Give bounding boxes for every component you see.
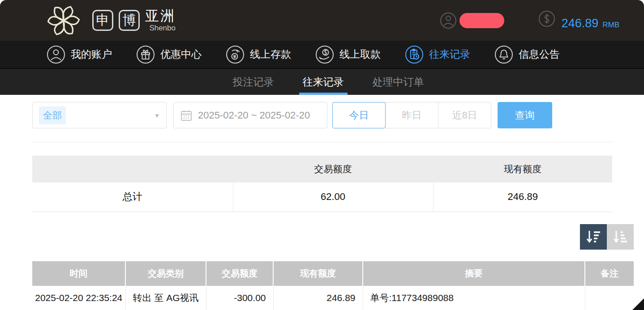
calendar-icon (180, 110, 192, 121)
tab-transaction-records[interactable]: 往来记录 (288, 69, 358, 95)
record-summary: 单号:117734989088 (363, 286, 585, 310)
summary-total-amount: 62.00 (233, 183, 433, 212)
table-row: 2025-02-20 22:35:24 转出 至 AG视讯 -300.00 24… (32, 286, 634, 310)
summary-header-amount: 交易额度 (233, 156, 433, 183)
caret-down-icon (154, 111, 160, 119)
balance-amount: 246.89 (562, 17, 599, 30)
record-balance: 246.89 (273, 286, 363, 310)
summary-header-row: 交易额度 现有额度 (32, 156, 612, 183)
withdraw-icon (315, 45, 334, 64)
type-select-value: 全部 (39, 106, 66, 124)
records-header-time: 时间 (32, 261, 125, 286)
nav-item-deposit[interactable]: 线上存款 (226, 45, 291, 64)
summary-total-balance: 246.89 (433, 183, 612, 212)
date-range-input[interactable]: 2025-02-20 ~ 2025-02-20 (173, 102, 327, 128)
sort-descending-button[interactable] (580, 224, 607, 250)
corner-resize-mark (632, 298, 644, 310)
logo-char-box: 申 (92, 10, 113, 31)
records-icon (405, 45, 424, 64)
flower-logo-icon (44, 3, 83, 38)
type-select[interactable]: 全部 (32, 102, 167, 128)
summary-total-row: 总计 62.00 246.89 (32, 183, 612, 212)
quick-range-last8days[interactable]: 近8日 (438, 102, 491, 128)
records-header-amount: 交易额度 (206, 261, 273, 286)
tab-pending-orders[interactable]: 处理中订单 (358, 69, 438, 95)
logo-region: 亚洲 Shenbo (145, 9, 176, 32)
logo-region-text: 亚洲 (145, 9, 176, 23)
sort-ascending-button[interactable] (607, 224, 634, 250)
nav-item-announcements[interactable]: 信息公告 (494, 45, 560, 64)
summary-header-empty (32, 156, 233, 183)
search-button[interactable]: 查询 (498, 102, 552, 128)
records-header-summary: 摘要 (363, 261, 585, 286)
nav-item-promotions[interactable]: 优惠中心 (136, 45, 202, 64)
sort-controls (0, 224, 634, 250)
quick-range-yesterday[interactable]: 昨日 (385, 102, 438, 128)
promotions-icon (136, 45, 155, 64)
balance-currency: RMB (602, 21, 619, 30)
username-masked[interactable] (459, 13, 504, 28)
deposit-icon (226, 45, 245, 64)
filter-row: 全部 2025-02-20 ~ 2025-02-20 今日 昨日 近8日 查询 (32, 102, 644, 128)
record-note (585, 286, 634, 310)
account-icon (47, 45, 65, 64)
sub-tab-strip: 投注记录 往来记录 处理中订单 (0, 68, 644, 95)
records-table: 时间 交易类别 交易额度 现有额度 摘要 备注 2025-02-20 22:35… (32, 261, 634, 310)
dollar-icon (538, 10, 555, 27)
user-icon (440, 12, 457, 29)
summary-total-label: 总计 (32, 183, 233, 212)
main-nav: 我的账户 优惠中心 线上存款 线上取款 (0, 41, 644, 68)
logo-subtitle: Shenbo (145, 24, 176, 32)
summary-header-balance: 现有额度 (433, 156, 612, 183)
quick-range-group: 今日 昨日 近8日 (332, 102, 491, 128)
top-bar: 申 博 亚洲 Shenbo 246.89 RMB (0, 0, 644, 41)
summary-table: 交易额度 现有额度 总计 62.00 246.89 (32, 156, 612, 212)
notice-icon (494, 45, 513, 64)
tab-betting-records[interactable]: 投注记录 (219, 69, 288, 95)
nav-item-transaction-records[interactable]: 往来记录 (405, 45, 470, 64)
nav-item-withdraw[interactable]: 线上取款 (315, 45, 381, 64)
quick-range-today[interactable]: 今日 (332, 102, 386, 128)
date-range-value: 2025-02-20 ~ 2025-02-20 (198, 110, 310, 121)
sort-desc-icon (586, 229, 601, 244)
sort-asc-icon (613, 229, 628, 244)
records-header-type: 交易类别 (125, 261, 206, 286)
section-divider (32, 142, 612, 142)
brand-logo[interactable]: 申 博 亚洲 Shenbo (44, 3, 176, 38)
logo-name-boxes: 申 博 (92, 10, 140, 31)
records-header-row: 时间 交易类别 交易额度 现有额度 摘要 备注 (32, 261, 634, 286)
records-header-note: 备注 (585, 261, 634, 286)
record-time: 2025-02-20 22:35:24 (32, 286, 125, 310)
record-amount: -300.00 (206, 286, 273, 310)
top-bar-right: 246.89 RMB (440, 10, 619, 30)
logo-char-box: 博 (119, 10, 140, 31)
nav-item-my-account[interactable]: 我的账户 (47, 45, 112, 64)
records-header-balance: 现有额度 (273, 261, 363, 286)
balance[interactable]: 246.89 RMB (538, 10, 619, 30)
record-type: 转出 至 AG视讯 (125, 286, 206, 310)
